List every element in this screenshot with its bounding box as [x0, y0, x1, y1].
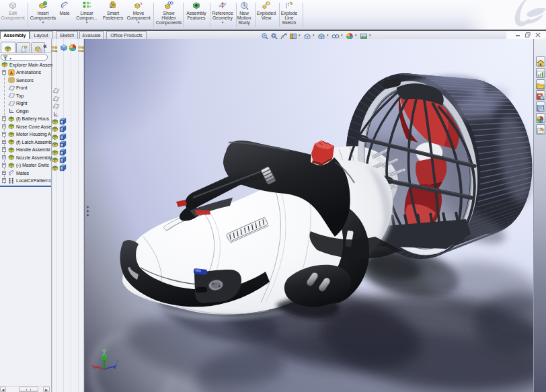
svg-text:X: X	[89, 360, 92, 364]
svg-text:Z: Z	[116, 359, 119, 364]
svg-text:A: A	[10, 70, 13, 75]
svg-text:s: s	[61, 167, 63, 169]
